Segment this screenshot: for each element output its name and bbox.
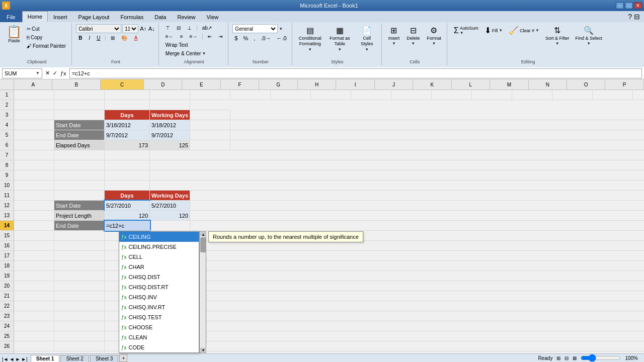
col-header-m[interactable]: M [490,79,528,89]
maximize-btn[interactable]: □ [625,2,633,9]
col-header-l[interactable]: L [452,79,490,89]
row-num-6[interactable]: 6 [0,140,14,150]
cell-b4[interactable]: Start Date [54,120,105,130]
cell-e6[interactable] [190,140,230,150]
cell-c1[interactable] [105,90,150,100]
row-num-24[interactable]: 24 [0,321,14,331]
percent-btn[interactable]: % [241,34,250,42]
bold-btn[interactable]: B [76,34,85,42]
cell-b13[interactable]: Project Length [54,211,105,221]
row-num-1[interactable]: 1 [0,90,14,100]
cell-styles-btn[interactable]: 📄 Cell Styles ▼ [356,24,378,53]
cell-e4[interactable] [190,120,230,130]
decrease-decimal-btn[interactable]: ←.0 [275,34,289,42]
cell-i1[interactable] [351,90,391,100]
autocomplete-item-ceiling[interactable]: ƒx CEILING [119,232,199,242]
paste-btn[interactable]: 📋 Paste [5,24,23,45]
cell-a2[interactable] [14,100,54,110]
font-name-select[interactable]: Calibri [76,24,121,33]
cell-c6[interactable]: 173 [105,140,150,150]
cell-a8[interactable] [14,160,54,170]
row-num-8[interactable]: 8 [0,160,14,170]
view-layout-btn[interactable]: ⊟ [565,355,569,361]
formula-input[interactable] [69,68,642,78]
prev-sheet-btn[interactable]: ◄ [10,356,15,362]
autocomplete-item-chisq-dist-rt[interactable]: ƒx CHISQ.DIST.RT [119,282,199,292]
currency-btn[interactable]: $ [232,34,239,42]
autocomplete-scrollbar[interactable]: ▲ ▼ [199,231,206,353]
cell-b6[interactable]: Elapsed Days [54,140,105,150]
cell-d3[interactable]: Working Days [150,110,190,120]
next-sheet-btn[interactable]: ► [15,356,20,362]
formula-insert-fn-btn[interactable]: ƒx [59,70,67,76]
clear-btn[interactable]: 🧹 Clear # ▼ [506,24,542,37]
cell-a3[interactable] [14,110,54,120]
cell-b5[interactable]: End Date [54,130,105,140]
cell-b1[interactable] [54,90,105,100]
formula-confirm-btn[interactable]: ✓ [52,70,58,76]
row-num-4[interactable]: 4 [0,120,14,130]
col-header-p[interactable]: P [605,79,643,89]
cell-d11[interactable]: Working Days [150,191,190,201]
font-size-select[interactable]: 11 [122,24,138,33]
col-header-o[interactable]: O [567,79,605,89]
align-bottom-btn[interactable]: ⊥ [185,24,194,32]
align-top-btn[interactable]: ⊤ [163,24,173,32]
cell-a1[interactable] [14,90,54,100]
comma-btn[interactable]: , [252,34,257,42]
row-num-23[interactable]: 23 [0,311,14,321]
col-header-c[interactable]: C [101,79,144,89]
cell-o1[interactable] [593,90,633,100]
sheet-tab-1[interactable]: Sheet 1 [31,355,60,362]
increase-decimal-btn[interactable]: .0→ [259,34,273,42]
tab-page-layout[interactable]: Page Layout [73,11,115,22]
cell-f1[interactable] [230,90,271,100]
row-num-22[interactable]: 22 [0,301,14,311]
tab-data[interactable]: Data [149,11,172,22]
col-header-a[interactable]: A [14,79,52,89]
minimize-btn[interactable]: ─ [616,2,624,9]
italic-btn[interactable]: I [86,34,93,42]
cell-a15[interactable] [14,231,54,241]
row-num-7[interactable]: 7 [0,150,14,160]
cell-e5[interactable] [190,130,230,140]
cell-c14[interactable]: =c12+c [105,221,150,231]
cell-d5[interactable]: 9/7/2012 [150,130,190,140]
row-num-10[interactable]: 10 [0,180,14,191]
autocomplete-item-char[interactable]: ƒx CHAR [119,262,199,272]
col-header-e[interactable]: E [182,79,220,89]
close-btn[interactable]: ✕ [634,2,642,9]
decrease-indent-btn[interactable]: ⇤ [205,33,214,40]
col-header-d[interactable]: D [144,79,182,89]
insert-cells-btn[interactable]: ⊞ Insert ▼ [386,24,403,47]
tab-view[interactable]: View [201,11,224,22]
name-box[interactable]: SUM ▼ [2,68,42,78]
cell-b11[interactable] [54,191,105,201]
fill-color-btn[interactable]: 🎨 [119,34,130,42]
col-header-j[interactable]: J [375,79,413,89]
cell-b15[interactable] [54,231,105,241]
cell-c11[interactable]: Days [105,191,150,201]
row-num-15[interactable]: 15 [0,231,14,241]
cell-m1[interactable] [512,90,552,100]
row-num-12[interactable]: 12 [0,201,14,211]
row-num-14[interactable]: 14 [0,221,14,231]
first-sheet-btn[interactable]: |◄ [2,356,9,362]
sort-filter-btn[interactable]: ⇅ Sort & Filter ▼ [543,24,572,47]
cell-d12[interactable]: 5/27/2010 [150,201,190,211]
help-btn[interactable]: ? [628,13,632,21]
cell-b8[interactable] [54,160,105,170]
row-num-3[interactable]: 3 [0,110,14,120]
increase-font-btn[interactable]: A↑ [139,25,147,32]
cell-b3[interactable] [54,110,105,120]
autocomplete-item-clean[interactable]: ƒx CLEAN [119,332,199,342]
align-center-btn[interactable]: ≡ [178,33,186,40]
autocomplete-item-chisq-test[interactable]: ƒx CHISQ.TEST [119,312,199,322]
cell-b12[interactable]: Start Date [54,201,105,211]
row-num-20[interactable]: 20 [0,281,14,291]
row-num-9[interactable]: 9 [0,170,14,180]
autocomplete-item-code[interactable]: ƒx CODE [119,342,199,352]
conditional-formatting-btn[interactable]: ▤ Conditional Formatting ▼ [296,24,324,53]
cell-a7[interactable] [14,150,54,160]
row-num-17[interactable]: 17 [0,251,14,261]
